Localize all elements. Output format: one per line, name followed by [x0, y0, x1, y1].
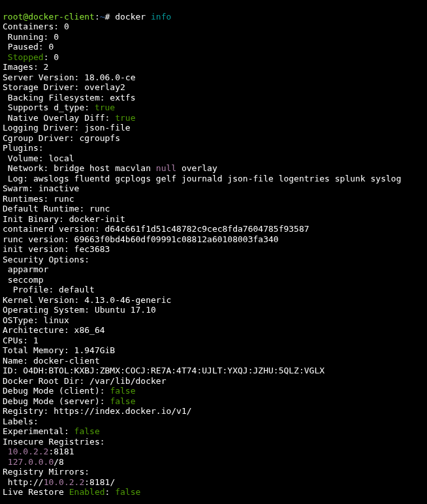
output-line: OSType: linux [3, 315, 69, 325]
output-line: Plugins: [3, 143, 44, 153]
output-line: Insecure Registries: [3, 437, 105, 447]
cwd: ~ [100, 12, 105, 22]
output-line: Live Restore Enabled: false [3, 487, 140, 497]
output-line: Registry: https://index.docker.io/v1/ [3, 406, 192, 416]
output-line: Swarm: inactive [3, 183, 79, 193]
output-line: Containers: 0 [3, 22, 69, 31]
output-line: apparmor [3, 264, 48, 274]
output-line: Runtimes: runc [3, 194, 74, 204]
output-line: Registry Mirrors: [3, 467, 89, 477]
output-line: Storage Driver: overlay2 [3, 82, 125, 92]
output-line: Logging Driver: json-file [3, 123, 131, 133]
output-line: Debug Mode (server): false [3, 396, 136, 406]
output-line: containerd version: d64c661f1d51c48782c9… [3, 224, 309, 234]
output-line: Network: bridge host macvlan null overla… [3, 163, 217, 173]
user-host: root@docker-client [3, 12, 95, 22]
output-line: Security Options: [3, 255, 89, 264]
output-line: Init Binary: docker-init [3, 214, 125, 224]
output-line: Docker Root Dir: /var/lib/docker [3, 376, 166, 386]
terminal[interactable]: root@docker-client:~# docker info Contai… [0, 0, 427, 504]
output-line: Native Overlay Diff: true [3, 113, 136, 123]
output-line: runc version: 69663f0bd4b60df09991c08812… [3, 234, 279, 244]
output-line: Stopped: 0 [3, 52, 59, 62]
output-line: Architecture: x86_64 [3, 325, 105, 335]
output-line: Labels: [3, 417, 39, 426]
output-line: init version: fec3683 [3, 244, 110, 254]
output-line: Operating System: Ubuntu 17.10 [3, 305, 156, 315]
output-line: seccomp [3, 275, 44, 285]
output-line: ID: O4DH:BTOL:KXBJ:ZBMX:COCJ:RE7A:4T74:U… [3, 366, 324, 375]
output-line: http://10.0.2.2:8181/ [3, 477, 115, 487]
output-line: Kernel Version: 4.13.0-46-generic [3, 295, 171, 305]
output-line: 10.0.2.2:8181 [3, 447, 74, 456]
output-line: Backing Filesystem: extfs [3, 93, 136, 102]
output-line: Name: docker-client [3, 356, 100, 366]
output-line: 127.0.0.0/8 [3, 457, 64, 467]
output-line: Total Memory: 1.947GiB [3, 345, 115, 355]
output-line: Supports d_type: true [3, 102, 115, 112]
output-line: Log: awslogs fluentd gcplogs gelf journa… [3, 174, 401, 183]
output-line: Images: 2 [3, 62, 48, 72]
output-line: Volume: local [3, 153, 74, 163]
output-line: Server Version: 18.06.0-ce [3, 72, 136, 82]
output-line: Experimental: false [3, 426, 100, 436]
output-line: CPUs: 1 [3, 336, 39, 345]
command: docker [115, 12, 146, 22]
output-line: Running: 0 [3, 32, 59, 42]
output-line: Cgroup Driver: cgroupfs [3, 133, 120, 143]
command-arg: info [151, 12, 171, 22]
blank-line [3, 497, 8, 505]
output-line: Profile: default [3, 285, 95, 294]
prompt: root@docker-client:~# docker info [3, 12, 171, 22]
output-line: Default Runtime: runc [3, 204, 110, 213]
output-line: Paused: 0 [3, 42, 54, 52]
output-line: Debug Mode (client): false [3, 386, 136, 396]
